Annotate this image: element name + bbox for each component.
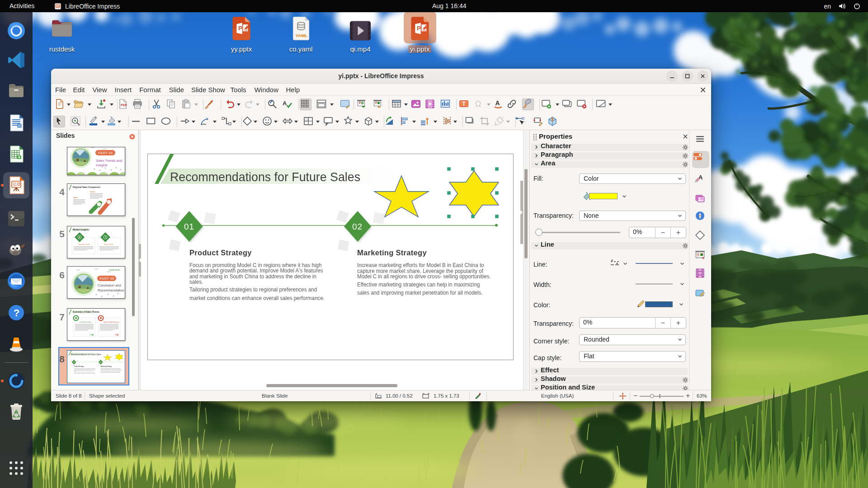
menu-window[interactable]: Window: [255, 84, 278, 96]
dock-terminal-icon[interactable]: [5, 208, 27, 230]
focused-app-menu[interactable]: LibreOffice Impress: [54, 0, 120, 12]
stars-banners-dropdown-arrow[interactable]: [355, 116, 359, 127]
zoom-in-button[interactable]: +: [686, 390, 690, 402]
milestone-1-heading[interactable]: Product Strategy: [189, 249, 252, 257]
menu-slide-show[interactable]: Slide Show: [191, 84, 225, 96]
desktop-icon-co.yaml[interactable]: YAML co.yaml: [274, 14, 328, 53]
section-shadow[interactable]: Shadow: [531, 376, 688, 384]
menu-tools[interactable]: Tools: [231, 84, 246, 96]
duplicate-slide-button[interactable]: [561, 99, 573, 110]
document-modified-icon[interactable]: [474, 392, 481, 399]
shadow-settings-icon[interactable]: [682, 377, 689, 383]
fill-color-dropdown-arrow[interactable]: [117, 116, 122, 127]
dock-vscode-icon[interactable]: [5, 49, 27, 71]
close-document-icon[interactable]: [699, 86, 707, 94]
dock-gimp-icon[interactable]: [5, 239, 27, 261]
fill-color-button[interactable]: [106, 116, 118, 127]
milestone-1-body[interactable]: Focus on promoting Model C in regions wh…: [189, 263, 325, 301]
dock-app-grid-icon[interactable]: [5, 457, 27, 479]
milestone-2-heading[interactable]: Marketing Strategy: [101, 366, 112, 367]
insert-image-button[interactable]: [410, 99, 422, 110]
sidebar-tab-notes[interactable]: [694, 287, 707, 300]
status-selection[interactable]: Shape selected: [89, 390, 125, 402]
slide-title[interactable]: Recommendations for Future Sales: [170, 170, 360, 184]
display-grid-button[interactable]: [300, 99, 311, 110]
lines-arrows-dropdown-arrow[interactable]: [191, 116, 196, 127]
zoom-percent[interactable]: 63%: [697, 390, 707, 402]
section-paragraph[interactable]: Paragraph: [531, 152, 688, 160]
transparency-type-dropdown[interactable]: None: [579, 211, 686, 221]
rotate-button[interactable]: [384, 116, 396, 127]
distribute-button[interactable]: [442, 116, 453, 127]
section-area[interactable]: Area: [531, 161, 688, 168]
sidebar-tab-gallery[interactable]: [694, 192, 707, 205]
dock-calc-icon[interactable]: [5, 143, 27, 165]
menu-format[interactable]: Format: [139, 84, 161, 96]
special-character-button[interactable]: Ω: [473, 99, 485, 110]
arrange-dropdown-arrow[interactable]: [433, 116, 438, 127]
slide-thumbnail-8[interactable]: Recommendations for Future Sales 01 02 P…: [67, 350, 125, 383]
start-first-slide-button[interactable]: [356, 99, 368, 110]
canvas-hscrollbar[interactable]: [266, 384, 397, 387]
spelling-button[interactable]: A: [282, 99, 293, 110]
dock-vlc-icon[interactable]: [5, 333, 27, 355]
clone-formatting-button[interactable]: [203, 99, 215, 110]
shadow-button[interactable]: [464, 116, 476, 127]
section-line[interactable]: Line: [531, 242, 688, 249]
menu-help[interactable]: Help: [286, 84, 300, 96]
section-effect[interactable]: Effect: [531, 368, 688, 375]
dock-help-icon[interactable]: ?: [5, 302, 27, 324]
desktop-icon-qi.mp4[interactable]: qi.mp4: [333, 14, 387, 53]
section-character[interactable]: Character: [531, 144, 688, 151]
dock-files-icon[interactable]: [5, 80, 27, 102]
zoom-slider[interactable]: [640, 394, 684, 398]
zoom-fit-icon[interactable]: [619, 392, 627, 400]
desktop-icon-rustdesk[interactable]: rustdesk: [35, 14, 89, 53]
3d-objects-dropdown-arrow[interactable]: [375, 116, 379, 127]
slide-title[interactable]: Recommendations for Future Sales: [71, 353, 101, 356]
filter-dropdown-arrow[interactable]: [506, 116, 510, 127]
line-transparency-spinbox[interactable]: 0% − +: [579, 317, 686, 328]
cut-button[interactable]: [151, 99, 163, 110]
six-point-star-shape[interactable]: [449, 171, 499, 216]
special-character-dropdown-arrow[interactable]: [486, 99, 491, 110]
line-width-preview-dropdown[interactable]: [633, 258, 686, 269]
slide-thumbnail-7[interactable]: Summary of Sales Trends Overall Sales Tr…: [67, 308, 125, 341]
distribute-dropdown-arrow[interactable]: [453, 116, 458, 127]
line-color-button[interactable]: [88, 116, 100, 127]
fill-color-button[interactable]: [582, 192, 627, 201]
corner-style-dropdown[interactable]: Rounded: [579, 334, 686, 345]
paste-dropdown-arrow[interactable]: [194, 99, 198, 110]
to-3d-button[interactable]: [547, 116, 559, 127]
show-draw-functions-button[interactable]: [522, 99, 534, 110]
line-transparency-plus-button[interactable]: +: [670, 318, 686, 328]
start-current-slide-button[interactable]: [372, 99, 384, 110]
undo-dropdown-arrow[interactable]: [236, 99, 241, 110]
sidebar-tab-animation[interactable]: [694, 267, 707, 280]
dock-writer-icon[interactable]: [5, 112, 27, 134]
block-arrows-dropdown-arrow[interactable]: [294, 116, 298, 127]
transparency-spinbox[interactable]: 0% − +: [629, 227, 686, 238]
line-settings-icon[interactable]: [682, 243, 689, 249]
width-dropdown[interactable]: [633, 278, 686, 289]
menu-view[interactable]: View: [92, 84, 107, 96]
line-style-dropdown[interactable]: [623, 262, 627, 265]
export-pdf-button[interactable]: PDF: [118, 99, 129, 110]
3d-objects-button[interactable]: [363, 116, 375, 127]
milestone-1-body[interactable]: Focus on promoting Model C in regions wh…: [74, 368, 95, 374]
slides-panel-close-icon[interactable]: [129, 134, 135, 140]
select-button[interactable]: [53, 116, 65, 127]
symbol-shapes-dropdown-arrow[interactable]: [274, 116, 278, 127]
save-button[interactable]: [96, 99, 108, 110]
minimize-button[interactable]: [666, 70, 678, 82]
milestone-2-body[interactable]: Increase marketing efforts for Model B i…: [101, 368, 122, 373]
menu-insert[interactable]: Insert: [115, 84, 132, 96]
slide-thumbnail-3[interactable]: PART 04 Sales Trends and Insights: [67, 147, 125, 175]
zoom-out-button[interactable]: −: [633, 390, 637, 402]
menu-edit[interactable]: Edit: [73, 84, 85, 96]
menu-file[interactable]: File: [55, 84, 66, 96]
properties-close-icon[interactable]: [682, 133, 689, 140]
close-button[interactable]: [697, 70, 708, 82]
desktop-icon-yi.pptx[interactable]: P yi.pptx: [393, 14, 447, 53]
sidebar-tab-styles[interactable]: A: [694, 173, 707, 186]
